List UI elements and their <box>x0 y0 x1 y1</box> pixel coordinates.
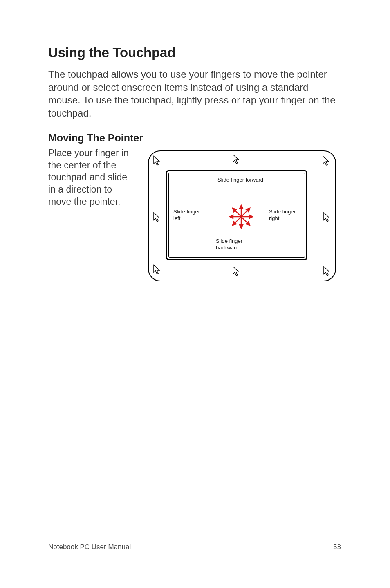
cursor-icon <box>232 266 241 276</box>
footer-title: Notebook PC User Manual <box>48 543 131 551</box>
section-heading: Using the Touchpad <box>48 45 341 61</box>
svg-marker-8 <box>240 205 243 209</box>
svg-marker-10 <box>230 215 233 218</box>
svg-marker-11 <box>249 215 253 218</box>
cursor-icon <box>153 155 162 166</box>
content-columns: Place your finger in the center of the t… <box>48 147 341 286</box>
page: Using the Touchpad The touchpad allows y… <box>0 0 390 588</box>
instruction-paragraph: Place your finger in the center of the t… <box>48 147 134 208</box>
cursor-icon <box>323 212 332 222</box>
label-slide-backward: Slide finger backward <box>216 238 265 251</box>
cursor-icon <box>323 266 332 276</box>
label-slide-forward: Slide finger forward <box>208 177 273 183</box>
touchpad-diagram: Slide finger forward Slide finger left S… <box>142 147 341 286</box>
intro-paragraph: The touchpad allows you to use your fing… <box>48 68 341 120</box>
svg-marker-9 <box>240 225 243 228</box>
page-number: 53 <box>333 543 341 551</box>
cursor-icon <box>153 212 162 222</box>
cursor-icon <box>322 155 331 166</box>
direction-star-icon <box>229 204 253 229</box>
cursor-icon <box>153 264 162 275</box>
cursor-icon <box>232 154 241 164</box>
label-slide-right: Slide finger right <box>269 209 298 222</box>
page-footer: Notebook PC User Manual 53 <box>48 539 341 551</box>
label-slide-left: Slide finger left <box>173 209 202 222</box>
subsection-heading: Moving The Pointer <box>48 132 341 144</box>
